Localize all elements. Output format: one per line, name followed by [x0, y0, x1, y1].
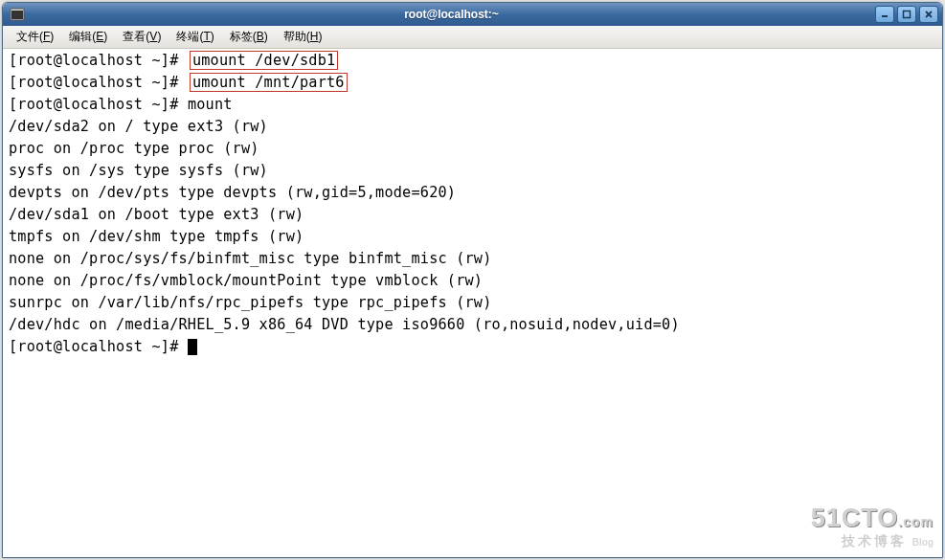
prompt: [root@localhost ~]#	[9, 74, 188, 91]
terminal-area[interactable]: [root@localhost ~]# umount /dev/sdb1 [ro…	[3, 49, 942, 557]
output-line: devpts on /dev/pts type devpts (rw,gid=5…	[9, 184, 456, 201]
menu-view[interactable]: 查看(V)	[115, 27, 169, 47]
command-highlight-2: umount /mnt/part6	[190, 73, 348, 92]
minimize-button[interactable]	[875, 6, 894, 23]
svg-rect-1	[11, 11, 23, 19]
output-line: tmpfs on /dev/shm type tmpfs (rw)	[9, 228, 304, 245]
output-line: sunrpc on /var/lib/nfs/rpc_pipefs type r…	[9, 294, 492, 311]
menubar: 文件(F) 编辑(E) 查看(V) 终端(T) 标签(B) 帮助(H)	[3, 26, 942, 49]
prompt: [root@localhost ~]#	[9, 96, 188, 113]
command-text: mount	[188, 96, 233, 113]
command-highlight-1: umount /dev/sdb1	[190, 51, 339, 70]
menu-file[interactable]: 文件(F)	[9, 27, 61, 47]
output-line: proc on /proc type proc (rw)	[9, 140, 259, 157]
svg-rect-3	[904, 11, 911, 18]
output-line: /dev/sda1 on /boot type ext3 (rw)	[9, 206, 304, 223]
close-button[interactable]	[919, 6, 938, 23]
menu-terminal[interactable]: 终端(T)	[169, 27, 221, 47]
terminal-window: root@localhost:~ 文件(F) 编辑(E) 查看(V) 终端(T)…	[2, 2, 943, 558]
maximize-button[interactable]	[897, 6, 916, 23]
cursor	[188, 339, 197, 355]
output-line: none on /proc/fs/vmblock/mountPoint type…	[9, 272, 483, 289]
window-icon	[7, 6, 28, 23]
prompt: [root@localhost ~]#	[9, 338, 188, 355]
menu-help[interactable]: 帮助(H)	[276, 27, 330, 47]
prompt: [root@localhost ~]#	[9, 52, 188, 69]
menu-edit[interactable]: 编辑(E)	[61, 27, 115, 47]
output-line: /dev/sda2 on / type ext3 (rw)	[9, 118, 268, 135]
output-line: sysfs on /sys type sysfs (rw)	[9, 162, 268, 179]
window-buttons	[875, 6, 938, 23]
output-line: none on /proc/sys/fs/binfmt_misc type bi…	[9, 250, 492, 267]
titlebar[interactable]: root@localhost:~	[3, 3, 942, 26]
output-line: /dev/hdc on /media/RHEL_5.9 x86_64 DVD t…	[9, 316, 680, 333]
window-title: root@localhost:~	[28, 8, 875, 21]
menu-tabs[interactable]: 标签(B)	[222, 27, 276, 47]
